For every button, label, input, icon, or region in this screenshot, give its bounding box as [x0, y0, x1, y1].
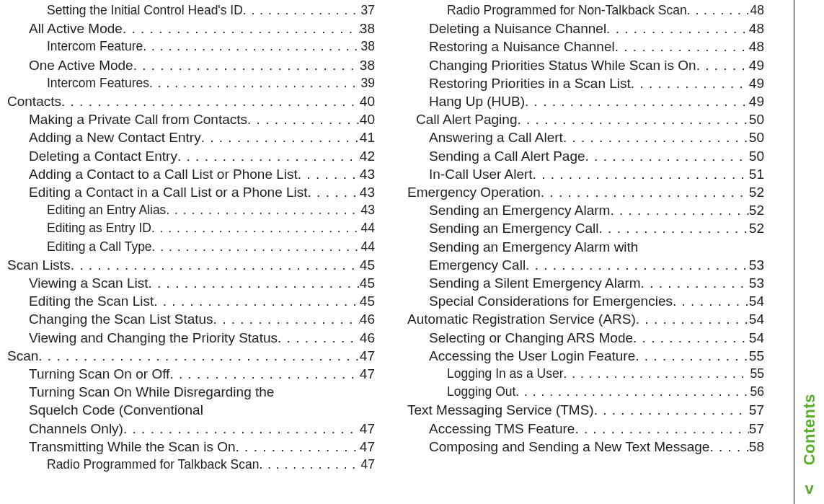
toc-page-number: 42 [360, 147, 375, 165]
toc-leaders: . . . . . . . . . . . . . . . . . . . . … [154, 292, 360, 310]
toc-columns: Setting the Initial Control Head's ID . … [0, 0, 782, 504]
toc-leaders: . . . . . . . . . . . . . . . . . . . . … [526, 256, 749, 274]
toc-title: In-Call User Alert [429, 165, 533, 183]
toc-title: Viewing a Scan List [29, 274, 148, 292]
toc-page-number: 56 [750, 383, 764, 401]
toc-entry: Radio Programmed for Talkback Scan . . .… [7, 456, 375, 474]
toc-page-number: 58 [749, 438, 764, 456]
toc-title: All Active Mode [29, 19, 123, 37]
toc-entry: Special Considerations for Emergencies .… [407, 292, 764, 310]
toc-page-number: 44 [361, 219, 375, 237]
toc-leaders: . . . . . . . . . . . . . . . . . . . . … [298, 165, 360, 183]
toc-entry: Accessing TMS Feature . . . . . . . . . … [407, 420, 764, 438]
toc-leaders: . . . . . . . . . . . . . . . . . . . . … [636, 310, 749, 328]
toc-entry: Restoring a Nuisance Channel . . . . . .… [407, 37, 764, 56]
toc-page-number: 49 [749, 74, 764, 92]
toc-leaders: . . . . . . . . . . . . . . . . . . . . … [259, 456, 360, 474]
toc-leaders: . . . . . . . . . . . . . . . . . . . . … [585, 147, 749, 165]
toc-entry: Logging In as a User . . . . . . . . . .… [407, 365, 764, 383]
toc-entry: Text Messaging Service (TMS) . . . . . .… [407, 401, 764, 419]
toc-entry: All Active Mode . . . . . . . . . . . . … [7, 19, 375, 37]
toc-entry: In-Call User Alert . . . . . . . . . . .… [407, 165, 764, 183]
toc-leaders: . . . . . . . . . . . . . . . . . . . . … [308, 183, 360, 201]
toc-title: Editing a Contact in a Call List or a Ph… [29, 183, 308, 201]
toc-leaders: . . . . . . . . . . . . . . . . . . . . … [133, 56, 360, 74]
toc-leaders: . . . . . . . . . . . . . . . . . . . . … [615, 37, 749, 56]
toc-leaders: . . . . . . . . . . . . . . . . . . . . … [687, 1, 750, 19]
toc-leaders: . . . . . . . . . . . . . . . . . . . . … [606, 19, 749, 37]
toc-leaders: . . . . . . . . . . . . . . . . . . . . … [533, 165, 749, 183]
toc-entry: Deleting a Nuisance Channel . . . . . . … [407, 19, 764, 37]
toc-leaders: . . . . . . . . . . . . . . . . . . . . … [594, 401, 749, 419]
toc-page-number: 43 [360, 165, 375, 183]
toc-title: Intercom Features [47, 74, 149, 92]
toc-entry: Intercom Feature . . . . . . . . . . . .… [7, 37, 375, 56]
toc-leaders: . . . . . . . . . . . . . . . . . . . . … [673, 292, 749, 310]
toc-leaders: . . . . . . . . . . . . . . . . . . . . … [243, 1, 361, 19]
toc-page-number: 48 [750, 1, 764, 19]
toc-left-column: Setting the Initial Control Head's ID . … [7, 1, 386, 504]
toc-entry: Adding a New Contact Entry . . . . . . .… [7, 128, 375, 146]
toc-page-number: 46 [360, 310, 375, 328]
toc-entry: One Active Mode . . . . . . . . . . . . … [7, 56, 375, 74]
toc-page-number: 49 [749, 92, 764, 110]
toc-title: Adding a Contact to a Call List or Phone… [29, 165, 298, 183]
toc-page-number: 50 [749, 128, 764, 146]
toc-leaders: . . . . . . . . . . . . . . . . . . . . … [236, 438, 360, 456]
toc-title: Sending an Emergency Call [429, 219, 599, 237]
toc-title: Emergency Operation [407, 183, 541, 201]
toc-entry: Sending an Emergency Alarm with [407, 238, 764, 256]
toc-leaders: . . . . . . . . . . . . . . . . . . . . … [149, 74, 361, 92]
toc-leaders: . . . . . . . . . . . . . . . . . . . . … [143, 37, 360, 56]
toc-entry: Editing a Contact in a Call List or a Ph… [7, 183, 375, 201]
toc-title: Sending an Emergency Alarm [429, 201, 610, 219]
toc-page-number: 45 [360, 256, 375, 274]
toc-page-number: 48 [749, 19, 764, 37]
toc-leaders: . . . . . . . . . . . . . . . . . . . . … [610, 201, 748, 219]
toc-page-number: 38 [361, 37, 375, 56]
toc-page-number: 49 [749, 56, 764, 74]
toc-title: Turning Scan On While Disregarding the [29, 383, 274, 401]
toc-page-number: 54 [749, 310, 764, 328]
toc-title: Squelch Code (Conventional [29, 401, 203, 419]
toc-page-number: 50 [749, 110, 764, 128]
toc-entry: Sending an Emergency Alarm . . . . . . .… [407, 201, 764, 219]
toc-title: Editing an Entry Alias [47, 201, 166, 219]
toc-title: Setting the Initial Control Head's ID [47, 1, 243, 19]
toc-title: Hang Up (HUB) [429, 92, 525, 110]
toc-title: Deleting a Nuisance Channel [429, 19, 606, 37]
toc-page-number: 43 [361, 201, 375, 219]
toc-page-number: 43 [360, 183, 375, 201]
toc-title: Special Considerations for Emergencies [429, 292, 673, 310]
toc-entry: Accessing the User Login Feature . . . .… [407, 347, 764, 365]
toc-leaders: . . . . . . . . . . . . . . . . . . . . … [166, 201, 360, 219]
toc-leaders: . . . . . . . . . . . . . . . . . . . . … [515, 383, 750, 401]
toc-title: Answering a Call Alert [429, 128, 563, 146]
toc-leaders: . . . . . . . . . . . . . . . . . . . . … [247, 110, 360, 128]
toc-page-number: 55 [749, 347, 764, 365]
toc-entry: Viewing a Scan List . . . . . . . . . . … [7, 274, 375, 292]
toc-leaders: . . . . . . . . . . . . . . . . . . . . … [148, 274, 359, 292]
toc-entry: Editing a Call Type . . . . . . . . . . … [7, 238, 375, 256]
toc-title: Editing the Scan List [29, 292, 154, 310]
toc-page-number: 48 [749, 37, 764, 56]
toc-leaders: . . . . . . . . . . . . . . . . . . . . … [709, 438, 748, 456]
toc-leaders: . . . . . . . . . . . . . . . . . . . . … [213, 310, 360, 328]
toc-leaders: . . . . . . . . . . . . . . . . . . . . … [599, 219, 749, 237]
toc-page-number: 47 [360, 438, 375, 456]
toc-leaders: . . . . . . . . . . . . . . . . . . . . … [123, 19, 360, 37]
toc-title: One Active Mode [29, 56, 133, 74]
toc-entry: Setting the Initial Control Head's ID . … [7, 1, 375, 19]
toc-page-number: 47 [360, 365, 375, 383]
toc-title: Text Messaging Service (TMS) [407, 401, 594, 419]
toc-title: Accessing the User Login Feature [429, 347, 635, 365]
toc-title: Emergency Call [429, 256, 526, 274]
toc-leaders: . . . . . . . . . . . . . . . . . . . . … [177, 147, 360, 165]
toc-entry: Squelch Code (Conventional [7, 401, 375, 419]
toc-page-number: 37 [361, 1, 375, 19]
toc-page-number: 54 [749, 329, 764, 347]
toc-leaders: . . . . . . . . . . . . . . . . . . . . … [71, 256, 360, 274]
toc-page-number: 47 [360, 347, 375, 365]
toc-entry: Emergency Call . . . . . . . . . . . . .… [407, 256, 764, 274]
toc-page-number: 47 [361, 456, 375, 474]
